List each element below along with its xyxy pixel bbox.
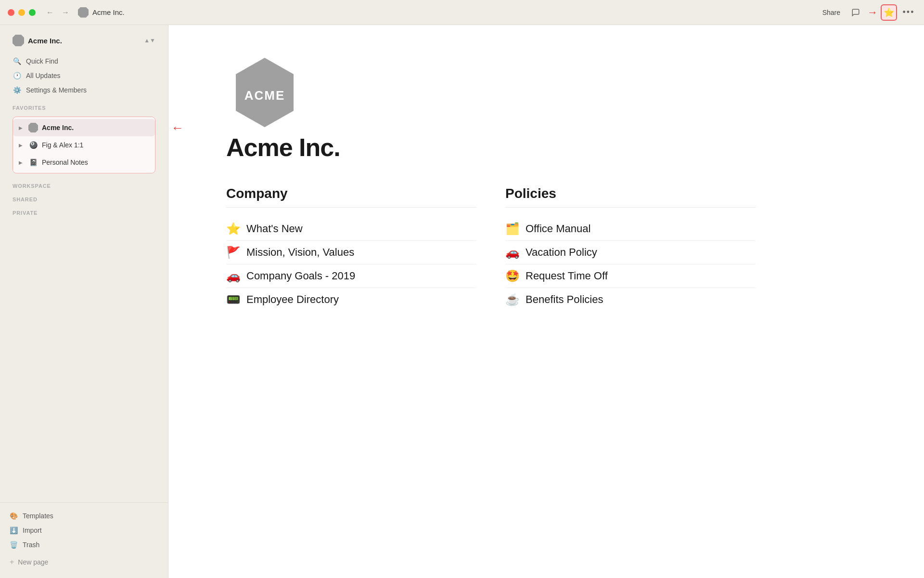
share-button[interactable]: Share (819, 7, 844, 18)
directory-text: Employee Directory (246, 293, 339, 306)
favorites-item-fig-alex[interactable]: ▶ 🎱 Fig & Alex 1:1 (13, 136, 155, 154)
private-section-label: PRIVATE (8, 204, 160, 218)
vacation-text: Vacation Policy (526, 246, 597, 259)
titlebar-actions: Share → ⭐ ••• (819, 4, 916, 21)
shared-section-label: SHARED (8, 191, 160, 204)
sidebar-nav-group: 🔍 Quick Find 🕐 All Updates ⚙️ Settings &… (8, 52, 160, 99)
policies-column: Policies 🗂️ Office Manual 🚗 Vacation Pol… (505, 186, 756, 311)
mission-text: Mission, Vision, Values (246, 246, 354, 259)
sidebar-item-import[interactable]: ⬇️ Import (5, 523, 163, 538)
workspace-name: Acme Inc. (28, 37, 140, 45)
page-title: Acme Inc. (226, 133, 866, 162)
quick-find-label: Quick Find (26, 57, 58, 65)
directory-emoji: 📟 (226, 293, 241, 306)
expand-arrow-icon-2: ▶ (19, 143, 25, 148)
expand-arrow-icon: ▶ (19, 125, 25, 131)
mission-emoji: 🚩 (226, 246, 241, 259)
vacation-policy-link[interactable]: 🚗 Vacation Policy (505, 241, 756, 264)
office-manual-link[interactable]: 🗂️ Office Manual (505, 217, 756, 241)
trash-label: Trash (23, 541, 39, 549)
favorites-box: ▶ Acme Inc. ← ▶ 🎱 Fig & Alex 1:1 ▶ 📓 (13, 117, 155, 173)
page-icon-small (78, 7, 89, 18)
favorites-item-acme[interactable]: ▶ Acme Inc. ← (13, 119, 155, 136)
gear-icon: ⚙️ (13, 86, 21, 94)
arrow-to-star: → (867, 6, 878, 19)
time-off-text: Request Time Off (526, 270, 608, 282)
import-label: Import (23, 526, 42, 534)
templates-icon: 🎨 (10, 512, 18, 520)
sidebar-item-quick-find[interactable]: 🔍 Quick Find (8, 54, 160, 68)
clock-icon: 🕐 (13, 72, 21, 79)
sidebar: Acme Inc. ▲▼ 🔍 Quick Find 🕐 All Updates … (0, 25, 168, 578)
sidebar-item-trash[interactable]: 🗑️ Trash (5, 538, 163, 552)
workspace-icon (13, 35, 24, 46)
all-updates-label: All Updates (26, 72, 61, 79)
personal-notes-label: Personal Notes (42, 158, 88, 166)
policies-column-title: Policies (505, 186, 756, 208)
favorite-button[interactable]: ⭐ (881, 4, 897, 21)
back-button[interactable]: ← (43, 6, 57, 19)
company-column: Company ⭐ What's New 🚩 Mission, Vision, … (226, 186, 476, 311)
content-columns: Company ⭐ What's New 🚩 Mission, Vision, … (226, 186, 756, 311)
settings-label: Settings & Members (26, 86, 87, 94)
benefits-policies-link[interactable]: ☕ Benefits Policies (505, 288, 756, 311)
employee-directory-link[interactable]: 📟 Employee Directory (226, 288, 476, 311)
favorites-label: FAVORITES (8, 99, 160, 113)
forward-button[interactable]: → (59, 6, 72, 19)
comment-button[interactable] (848, 5, 863, 20)
sidebar-top: Acme Inc. ▲▼ 🔍 Quick Find 🕐 All Updates … (0, 25, 168, 223)
more-options-button[interactable]: ••• (901, 5, 916, 20)
fig-alex-icon: 🎱 (28, 140, 38, 150)
personal-notes-icon: 📓 (28, 158, 38, 167)
minimize-button[interactable] (18, 9, 25, 16)
acme-inc-label: Acme Inc. (42, 124, 74, 131)
benefits-text: Benefits Policies (526, 293, 603, 306)
close-button[interactable] (8, 9, 14, 16)
benefits-emoji: ☕ (505, 293, 520, 306)
mission-values-link[interactable]: 🚩 Mission, Vision, Values (226, 241, 476, 264)
sidebar-item-all-updates[interactable]: 🕐 All Updates (8, 68, 160, 83)
svg-text:ACME: ACME (244, 88, 285, 103)
content-area: ACME Acme Inc. Company ⭐ What's New 🚩 Mi… (168, 25, 924, 578)
office-manual-emoji: 🗂️ (505, 222, 520, 236)
company-column-title: Company (226, 186, 476, 208)
acme-page-icon (28, 123, 38, 132)
office-manual-text: Office Manual (526, 223, 590, 235)
plus-icon: + (10, 558, 14, 566)
templates-label: Templates (23, 512, 53, 520)
expand-arrow-icon-3: ▶ (19, 160, 25, 165)
sidebar-bottom: 🎨 Templates ⬇️ Import 🗑️ Trash + New pag… (0, 502, 168, 570)
titlebar: ← → Acme Inc. Share → ⭐ ••• (0, 0, 924, 25)
nav-arrows: ← → (43, 6, 72, 19)
goals-text: Company Goals - 2019 (246, 270, 355, 282)
sidebar-item-settings[interactable]: ⚙️ Settings & Members (8, 83, 160, 97)
workspace-section-label: WORKSPACE (8, 177, 160, 191)
goals-emoji: 🚗 (226, 269, 241, 283)
acme-logo: ACME (226, 54, 866, 133)
new-page-button[interactable]: + New page (5, 554, 163, 570)
fig-alex-label: Fig & Alex 1:1 (42, 141, 83, 149)
company-goals-link[interactable]: 🚗 Company Goals - 2019 (226, 264, 476, 288)
new-page-label: New page (18, 558, 48, 566)
request-time-off-link[interactable]: 🤩 Request Time Off (505, 264, 756, 288)
whats-new-emoji: ⭐ (226, 222, 241, 236)
titlebar-title: Acme Inc. (92, 8, 819, 16)
more-icon: ••• (903, 7, 915, 17)
main-layout: Acme Inc. ▲▼ 🔍 Quick Find 🕐 All Updates … (0, 25, 924, 578)
traffic-lights (8, 9, 36, 16)
whats-new-link[interactable]: ⭐ What's New (226, 217, 476, 241)
whats-new-text: What's New (246, 223, 303, 235)
workspace-header[interactable]: Acme Inc. ▲▼ (8, 31, 160, 50)
favorites-item-personal-notes[interactable]: ▶ 📓 Personal Notes (13, 154, 155, 171)
maximize-button[interactable] (29, 9, 36, 16)
sidebar-item-templates[interactable]: 🎨 Templates (5, 509, 163, 523)
vacation-emoji: 🚗 (505, 246, 520, 259)
time-off-emoji: 🤩 (505, 269, 520, 283)
search-icon: 🔍 (13, 57, 21, 65)
workspace-chevron-icon: ▲▼ (144, 37, 155, 44)
trash-icon: 🗑️ (10, 541, 18, 549)
import-icon: ⬇️ (10, 526, 18, 534)
